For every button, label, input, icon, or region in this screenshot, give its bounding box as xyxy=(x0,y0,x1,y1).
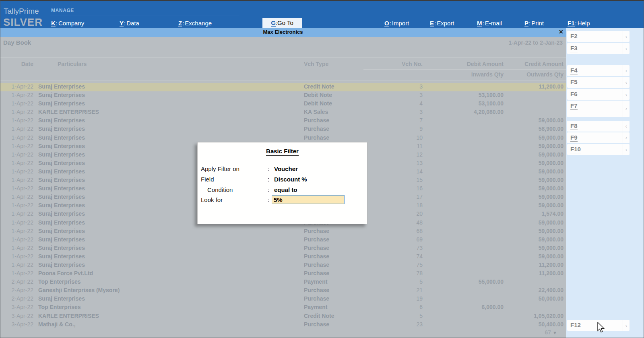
look-for-input[interactable] xyxy=(272,195,345,204)
menu-data-label: Data xyxy=(126,20,139,27)
cell-no: 20 xyxy=(374,210,423,217)
cell-date: 1-Apr-22 xyxy=(0,262,33,268)
chevron-left-icon[interactable]: ‹ xyxy=(623,31,630,42)
report-period[interactable]: 1-Apr-22 to 2-Jan-23 xyxy=(508,39,563,46)
filter-field-value[interactable]: Discount % xyxy=(274,176,307,183)
fkey-button-f10[interactable]: F10‹ xyxy=(567,144,630,155)
cell-date: 1-Apr-22 xyxy=(0,100,33,107)
cell-part: KARLE ENTERPRISES xyxy=(38,313,207,319)
cell-debit: 6,000.00 xyxy=(425,304,504,310)
cell-credit: 11,200.00 xyxy=(505,270,564,276)
cell-date: 1-Apr-22 xyxy=(0,151,33,158)
menu-company[interactable]: K:Company xyxy=(51,19,84,28)
table-row[interactable]: 1-Apr-22Suraj EnterprisesPurchase6859,00… xyxy=(0,227,566,236)
cell-credit: 11,200.00 xyxy=(505,83,564,90)
cell-credit: 59,000.00 xyxy=(505,160,564,166)
table-row[interactable]: 1-Apr-22Suraj EnterprisesPurchase7511,20… xyxy=(0,261,566,270)
filter-condition-row[interactable]: Condition : equal to xyxy=(198,186,367,195)
table-row[interactable]: 2-Apr-22Ganeshji Enterprises (Mysore)Pur… xyxy=(0,286,566,295)
table-row[interactable]: 3-Apr-22KARLE ENTERPRISESCredit Note51,0… xyxy=(0,312,566,321)
fkey-button-f5[interactable]: F5‹ xyxy=(567,77,630,88)
chevron-left-icon[interactable]: ‹ xyxy=(623,101,630,117)
chevron-left-icon[interactable]: ‹ xyxy=(623,132,630,143)
cell-part: Suraj Enterprises xyxy=(38,117,207,124)
table-row[interactable]: 1-Apr-22KARLE ENTERPRISESKA Sales34,20,0… xyxy=(0,108,566,117)
fkey-button-f2[interactable]: F2‹ xyxy=(567,31,630,42)
fkey-button-f4[interactable]: F4‹ xyxy=(567,65,630,76)
table-row[interactable]: 2-Apr-22Top EnterprisesPayment555,000.00 xyxy=(0,278,566,286)
fkey-button-f3[interactable]: F3‹ xyxy=(567,43,630,54)
cell-type: Credit Note xyxy=(304,83,360,90)
table-row[interactable]: 1-Apr-22Suraj EnterprisesPurchase6959,00… xyxy=(0,236,566,244)
cell-part: Suraj Enterprises xyxy=(38,245,207,251)
cell-part: Suraj Enterprises xyxy=(38,202,207,208)
col-header-inwards-qty: Inwards Qty xyxy=(425,71,504,78)
table-row[interactable]: 1-Apr-22Suraj EnterprisesPurchase7459,00… xyxy=(0,253,566,261)
fkey-label: F12 xyxy=(570,322,581,329)
table-row[interactable]: 1-Apr-22Suraj EnterprisesPurchase1059,00… xyxy=(0,134,566,142)
filter-apply-on-label: Apply Filter on xyxy=(201,165,239,172)
table-row[interactable]: 2-Apr-22Suraj EnterprisesPurchase1950,00… xyxy=(0,295,566,303)
chevron-left-icon[interactable]: ‹ xyxy=(623,89,630,100)
more-rows-icon[interactable]: ▼ xyxy=(551,330,557,335)
fkey-button-f6[interactable]: F6‹ xyxy=(567,89,630,100)
chevron-left-icon[interactable]: ‹ xyxy=(623,65,630,76)
chevron-left-icon[interactable]: ‹ xyxy=(623,144,630,155)
cell-no: 6 xyxy=(374,304,423,310)
cell-no: 5 xyxy=(374,313,423,319)
cell-part: Suraj Enterprises xyxy=(38,253,207,260)
menu-go-to-key: G xyxy=(271,19,276,27)
cell-credit: 22,400.00 xyxy=(505,287,564,293)
menu-email[interactable]: M:E-mail xyxy=(477,19,502,28)
chevron-left-icon[interactable]: ‹ xyxy=(623,320,630,331)
table-row[interactable]: 1-Apr-22Poona Force Pvt.LtdPurchase7811,… xyxy=(0,270,566,278)
table-row[interactable]: 1-Apr-22Suraj EnterprisesPurchase759,000… xyxy=(0,117,566,125)
fkey-button-f12[interactable]: F12‹ xyxy=(567,320,630,331)
filter-apply-on-value[interactable]: Voucher xyxy=(274,165,298,172)
menu-data[interactable]: Y:Data xyxy=(120,19,139,28)
cell-credit: 59,000.00 xyxy=(505,151,564,158)
menu-go-to[interactable]: G:Go To xyxy=(262,18,302,28)
cell-part: Suraj Enterprises xyxy=(38,143,207,149)
cell-part: Suraj Enterprises xyxy=(38,160,207,166)
fkey-button-f7[interactable]: F7‹ xyxy=(567,101,630,117)
filter-condition-value[interactable]: equal to xyxy=(274,186,297,193)
chevron-left-icon[interactable]: ‹ xyxy=(623,43,630,54)
col-header-credit: Credit Amount xyxy=(505,61,564,67)
cell-part: Suraj Enterprises xyxy=(38,236,207,243)
table-row[interactable]: 1-Apr-22Suraj EnterprisesCredit Note311,… xyxy=(0,83,566,91)
cell-no: 78 xyxy=(374,270,423,276)
cell-date: 1-Apr-22 xyxy=(0,219,33,226)
cell-no: 11 xyxy=(374,143,423,149)
cell-credit: 1,574.00 xyxy=(505,210,564,217)
table-row[interactable]: 1-Apr-22Suraj EnterprisesDebit Note453,1… xyxy=(0,100,566,108)
table-row[interactable]: 1-Apr-22Suraj EnterprisesPurchase958,900… xyxy=(0,125,566,134)
cell-part: Mathaji & Co., xyxy=(38,321,207,328)
table-row[interactable]: 1-Apr-22Suraj EnterprisesPurchase7359,00… xyxy=(0,244,566,253)
table-row[interactable]: 3-Apr-22Top EnterprisesPayment66,000.00 xyxy=(0,303,566,312)
menu-import[interactable]: O:Import xyxy=(384,19,409,28)
cell-part: Suraj Enterprises xyxy=(38,92,207,98)
cell-no: 3 xyxy=(374,92,423,98)
table-row[interactable]: 3-Apr-22Mathaji & Co.,Purchase2350,400.0… xyxy=(0,321,566,329)
cell-credit: 59,000.00 xyxy=(505,253,564,260)
chevron-left-icon[interactable]: ‹ xyxy=(623,121,630,132)
menu-exchange[interactable]: Z:Exchange xyxy=(178,19,212,28)
menu-print[interactable]: P:Print xyxy=(524,19,544,28)
menu-company-label: Company xyxy=(58,20,84,27)
menu-help[interactable]: F1:Help xyxy=(568,19,590,28)
cell-part: Suraj Enterprises xyxy=(38,126,207,132)
chevron-left-icon[interactable]: ‹ xyxy=(623,77,630,88)
menu-export[interactable]: E:Export xyxy=(430,19,454,28)
cell-date: 1-Apr-22 xyxy=(0,160,33,166)
cell-date: 1-Apr-22 xyxy=(0,253,33,260)
filter-field-row[interactable]: Field : Discount % xyxy=(198,176,367,185)
row-count-value: 67 xyxy=(545,329,551,336)
fkey-button-f8[interactable]: F8‹ xyxy=(567,121,630,132)
filter-apply-on-row[interactable]: Apply Filter on : Voucher xyxy=(198,165,367,174)
menu-import-key: O xyxy=(384,20,389,27)
table-row[interactable]: 1-Apr-22Suraj EnterprisesDebit Note353,1… xyxy=(0,91,566,100)
cell-no: 68 xyxy=(374,228,423,234)
fkey-button-f9[interactable]: F9‹ xyxy=(567,132,630,143)
report-close-icon[interactable]: ✕ xyxy=(559,29,564,35)
